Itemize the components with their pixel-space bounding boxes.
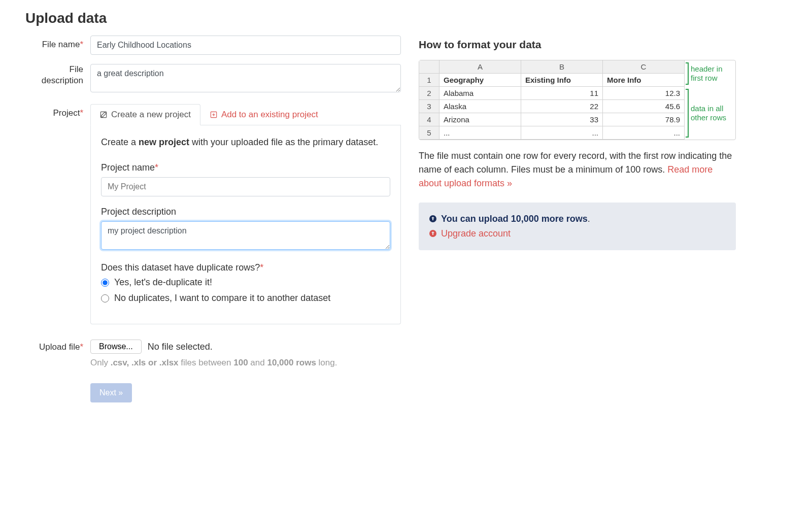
project-description-input[interactable]: my project description <box>101 221 390 250</box>
arrow-up-circle-icon <box>429 215 437 223</box>
project-name-input[interactable] <box>101 177 390 196</box>
project-name-label: Project name* <box>101 162 390 173</box>
edit-icon <box>100 111 107 118</box>
file-name-label: File name* <box>25 36 90 55</box>
project-label: Project* <box>25 104 90 324</box>
dedupe-label: Does this dataset have duplicate rows?* <box>101 262 390 273</box>
annotation-data: data in all other rows <box>685 87 735 140</box>
upload-help-text: Only .csv, .xls or .xlsx files between 1… <box>90 358 401 368</box>
project-description-label: Project description <box>101 207 390 217</box>
notice-box: You can upload 10,000 more rows. Upgrade… <box>419 203 736 250</box>
dedupe-no-radio[interactable] <box>101 294 109 302</box>
no-file-text: No file selected. <box>148 342 213 352</box>
upload-file-label: Upload file* <box>25 340 90 368</box>
browse-button[interactable]: Browse... <box>90 340 142 354</box>
arrow-up-circle-icon <box>429 229 437 238</box>
tab-panel-create: Create a new project with your uploaded … <box>90 125 401 324</box>
tab-create-project[interactable]: Create a new project <box>90 104 200 125</box>
tab-add-existing[interactable]: Add to an existing project <box>200 104 328 125</box>
plus-square-icon <box>210 111 217 118</box>
dedupe-yes-radio[interactable] <box>101 279 109 287</box>
upgrade-link[interactable]: Upgrade account <box>441 226 511 241</box>
file-description-label: File description <box>25 64 90 95</box>
sidebar-title: How to format your data <box>419 39 736 51</box>
file-name-input[interactable] <box>90 36 401 55</box>
dedupe-no-label: No duplicates, I want to compare it to a… <box>114 293 330 303</box>
file-description-input[interactable]: a great description <box>90 64 401 92</box>
intro-text: Create a new project with your uploaded … <box>101 136 390 149</box>
annotation-header: header in first row <box>685 60 735 87</box>
page-title: Upload data <box>25 10 787 26</box>
next-button[interactable]: Next » <box>90 383 132 402</box>
dedupe-yes-label: Yes, let's de-duplicate it! <box>114 277 212 288</box>
example-spreadsheet: A B C 1 Geography Existing Info More Inf… <box>419 60 736 140</box>
sidebar-paragraph: The file must contain one row for every … <box>419 149 736 190</box>
